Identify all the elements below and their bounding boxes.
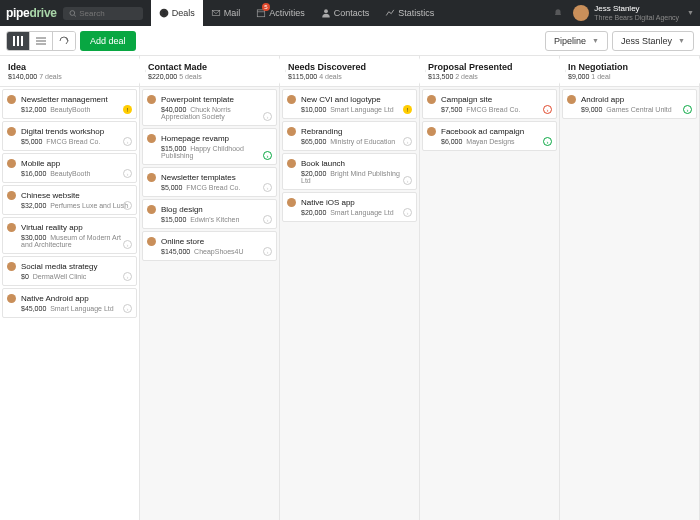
main-nav: $DealsMailActivities5ContactsStatistics — [151, 0, 443, 26]
add-deal-button[interactable]: Add deal — [80, 31, 136, 51]
nav-label: Activities — [269, 8, 305, 18]
deal-meta: $65,000 Ministry of Education — [289, 138, 410, 145]
column-idea: Idea $140,000 7 deals Newsletter managem… — [0, 56, 140, 520]
column-title: Idea — [8, 62, 131, 72]
card-list: Campaign site $7,500 FMCG Bread Co. › Fa… — [420, 87, 559, 155]
deal-meta: $32,000 Perfumes Luxe and Lush — [9, 202, 130, 209]
nav-label: Mail — [224, 8, 241, 18]
search-box[interactable] — [63, 7, 143, 20]
deal-card[interactable]: Rebranding $65,000 Ministry of Education… — [282, 121, 417, 151]
deal-title: Online store — [149, 237, 270, 246]
column-summary: $140,000 7 deals — [8, 73, 131, 80]
deal-card[interactable]: Virtual reality app $30,000 Museum of Mo… — [2, 217, 137, 254]
toolbar: Add deal Pipeline▼ Jess Stanley▼ — [0, 26, 700, 56]
nav-label: Statistics — [398, 8, 434, 18]
deal-card[interactable]: Facebook ad campaign $6,000 Mayan Design… — [422, 121, 557, 151]
column-header[interactable]: Idea $140,000 7 deals — [0, 56, 139, 87]
avatar — [427, 95, 436, 104]
view-list-button[interactable] — [30, 32, 53, 50]
deal-meta: $6,000 Mayan Designs — [429, 138, 550, 145]
view-forecast-button[interactable] — [53, 32, 75, 50]
column-needs-discovered: Needs Discovered $115,000 4 deals New CV… — [280, 56, 420, 520]
avatar — [147, 173, 156, 182]
deal-card[interactable]: Book launch $20,000 Bright Mind Publishi… — [282, 153, 417, 190]
user-menu[interactable]: Jess Stanley Three Bears Digital Agency … — [573, 5, 694, 21]
status-indicator: › — [123, 304, 132, 313]
deal-card[interactable]: Chinese website $32,000 Perfumes Luxe an… — [2, 185, 137, 215]
user-filter[interactable]: Jess Stanley▼ — [612, 31, 694, 51]
column-contact-made: Contact Made $220,000 5 deals Powerpoint… — [140, 56, 280, 520]
deal-title: Book launch — [289, 159, 410, 168]
deal-title: Newsletter templates — [149, 173, 270, 182]
avatar — [567, 95, 576, 104]
column-header[interactable]: Contact Made $220,000 5 deals — [140, 56, 279, 87]
avatar — [287, 95, 296, 104]
avatar — [287, 159, 296, 168]
bell-icon[interactable] — [553, 8, 563, 18]
search-input[interactable] — [79, 9, 136, 18]
svg-point-0 — [70, 10, 75, 15]
column-title: Proposal Presented — [428, 62, 551, 72]
deal-title: Native Android app — [9, 294, 130, 303]
column-header[interactable]: In Negotiation $9,000 1 deal — [560, 56, 699, 87]
deal-title: Digital trends workshop — [9, 127, 130, 136]
avatar — [147, 134, 156, 143]
status-indicator: › — [403, 137, 412, 146]
deal-card[interactable]: Social media strategy $0 DermaWell Clini… — [2, 256, 137, 286]
column-title: Contact Made — [148, 62, 271, 72]
nav-deals[interactable]: $Deals — [151, 0, 203, 26]
avatar — [7, 223, 16, 232]
deal-title: Virtual reality app — [9, 223, 130, 232]
deal-card[interactable]: Campaign site $7,500 FMCG Bread Co. › — [422, 89, 557, 119]
status-indicator: › — [543, 105, 552, 114]
column-summary: $13,500 2 deals — [428, 73, 551, 80]
search-icon — [69, 9, 77, 18]
deal-card[interactable]: Newsletter management $12,000 BeautyBoot… — [2, 89, 137, 119]
mail-icon — [211, 8, 221, 18]
nav-activities[interactable]: Activities5 — [248, 0, 313, 26]
deal-title: Facebook ad campaign — [429, 127, 550, 136]
svg-line-1 — [74, 14, 76, 16]
svg-rect-10 — [21, 36, 23, 46]
deal-card[interactable]: Online store $145,000 CheapShoes4U › — [142, 231, 277, 261]
nav-statistics[interactable]: Statistics — [377, 0, 442, 26]
deal-card[interactable]: Android app $9,000 Games Central Unltd › — [562, 89, 697, 119]
stats-icon — [385, 8, 395, 18]
avatar — [7, 159, 16, 168]
avatar — [7, 262, 16, 271]
pipeline-selector[interactable]: Pipeline▼ — [545, 31, 608, 51]
deal-title: Chinese website — [9, 191, 130, 200]
deal-meta: $15,000 Edwin's Kitchen — [149, 216, 270, 223]
avatar — [147, 205, 156, 214]
deal-card[interactable]: New CVI and logotype $10,000 Smart Langu… — [282, 89, 417, 119]
view-kanban-button[interactable] — [7, 32, 30, 50]
nav-mail[interactable]: Mail — [203, 0, 249, 26]
column-header[interactable]: Needs Discovered $115,000 4 deals — [280, 56, 419, 87]
person-icon — [321, 8, 331, 18]
column-summary: $220,000 5 deals — [148, 73, 271, 80]
deal-card[interactable]: Newsletter templates $5,000 FMCG Bread C… — [142, 167, 277, 197]
svg-rect-5 — [257, 10, 265, 17]
deal-card[interactable]: Blog design $15,000 Edwin's Kitchen › — [142, 199, 277, 229]
column-header[interactable]: Proposal Presented $13,500 2 deals — [420, 56, 559, 87]
deal-card[interactable]: Powerpoint template $40,000 Chuck Norris… — [142, 89, 277, 126]
status-indicator: › — [403, 176, 412, 185]
deal-card[interactable]: Mobile app $16,000 BeautyBooth › — [2, 153, 137, 183]
svg-rect-8 — [13, 36, 15, 46]
avatar — [7, 127, 16, 136]
nav-contacts[interactable]: Contacts — [313, 0, 378, 26]
deal-title: Homepage revamp — [149, 134, 270, 143]
deal-title: Rebranding — [289, 127, 410, 136]
deal-card[interactable]: Digital trends workshop $5,000 FMCG Brea… — [2, 121, 137, 151]
column-summary: $115,000 4 deals — [288, 73, 411, 80]
avatar — [573, 5, 589, 21]
deal-meta: $40,000 Chuck Norris Appreciation Societ… — [149, 106, 270, 120]
deal-meta: $30,000 Museum of Modern Art and Archite… — [9, 234, 130, 248]
avatar — [7, 95, 16, 104]
avatar — [7, 294, 16, 303]
svg-point-7 — [324, 9, 328, 13]
deal-card[interactable]: Native iOS app $20,000 Smart Language Lt… — [282, 192, 417, 222]
brand-logo[interactable]: pipedrive — [6, 6, 57, 20]
deal-card[interactable]: Native Android app $45,000 Smart Languag… — [2, 288, 137, 318]
deal-card[interactable]: Homepage revamp $15,000 Happy Childhood … — [142, 128, 277, 165]
